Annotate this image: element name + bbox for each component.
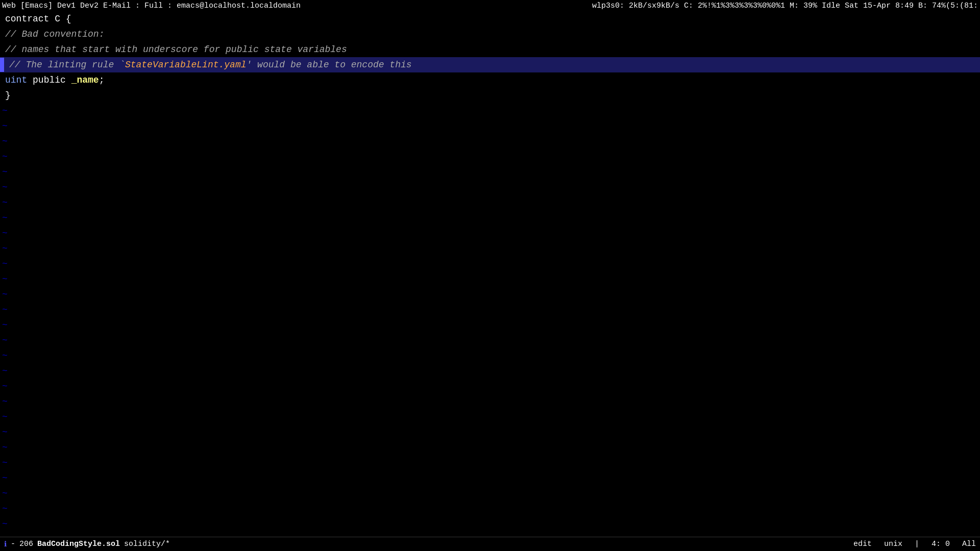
public-keyword: public	[33, 75, 66, 85]
cursor	[0, 58, 4, 72]
title-right: wlp3s0: 2kB/sx9kB/s C: 2%!%1%3%3%3%3%0%0…	[592, 2, 978, 10]
status-dash: -	[11, 540, 15, 548]
tilde-6: ~	[0, 180, 980, 195]
tilde-9: ~	[0, 226, 980, 241]
tilde-12: ~	[0, 271, 980, 287]
comment-3: // names that start with underscore for …	[5, 44, 347, 55]
code-line-2: // Bad convention:	[0, 27, 980, 42]
tilde-25: ~	[0, 470, 980, 486]
status-filename: BadCodingStyle.sol	[37, 540, 120, 548]
status-right: edit unix | 4: 0 All	[853, 540, 976, 548]
tilde-16: ~	[0, 333, 980, 348]
close-brace: }	[5, 90, 11, 101]
line-content-4: // The linting rule `StateVariableLint.y…	[0, 57, 412, 72]
tilde-1: ~	[0, 103, 980, 118]
line-content-2: // Bad convention:	[0, 27, 104, 42]
tilde-19: ~	[0, 379, 980, 394]
code-line-3: // names that start with underscore for …	[0, 42, 980, 57]
tilde-22: ~	[0, 424, 980, 440]
comment-2: // Bad convention:	[5, 29, 104, 39]
line-content-6: }	[0, 88, 11, 103]
linting-word: linting	[48, 60, 87, 70]
title-bar: Web [Emacs] Dev1 Dev2 E-Mail : Full : em…	[0, 0, 980, 11]
tilde-18: ~	[0, 363, 980, 379]
tilde-26: ~	[0, 486, 980, 501]
tilde-20: ~	[0, 394, 980, 409]
tilde-27: ~	[0, 501, 980, 516]
code-line-5: uint public _name;	[0, 72, 980, 88]
yaml-filename: StateVariableLint.yaml	[125, 60, 247, 70]
code-line-1: contract C {	[0, 11, 980, 27]
comment-4: // The linting rule `StateVariableLint.y…	[9, 60, 412, 70]
tilde-11: ~	[0, 256, 980, 271]
tilde-5: ~	[0, 164, 980, 180]
tilde-8: ~	[0, 210, 980, 226]
line-content-1: contract C {	[0, 11, 71, 27]
tilde-10: ~	[0, 241, 980, 256]
tilde-15: ~	[0, 317, 980, 333]
tilde-23: ~	[0, 440, 980, 455]
editor-area[interactable]: contract C { // Bad convention: // names…	[0, 11, 980, 537]
uint-keyword: uint	[5, 75, 27, 85]
variable-name: _name	[71, 75, 99, 85]
tilde-7: ~	[0, 195, 980, 210]
tilde-13: ~	[0, 287, 980, 302]
status-pipe-1: |	[915, 540, 919, 548]
status-unix-label: unix	[884, 540, 902, 548]
line-content-3: // names that start with underscore for …	[0, 42, 347, 57]
code-line-6: }	[0, 88, 980, 103]
contract-name: C	[55, 14, 60, 24]
tilde-4: ~	[0, 149, 980, 164]
tilde-3: ~	[0, 134, 980, 149]
status-all-label: All	[962, 540, 976, 548]
tilde-14: ~	[0, 302, 980, 317]
tilde-21: ~	[0, 409, 980, 424]
info-icon: ℹ	[4, 540, 7, 548]
status-left: ℹ - 206 BadCodingStyle.sol solidity/*	[4, 540, 170, 548]
status-mode: solidity/*	[124, 540, 170, 548]
tilde-2: ~	[0, 118, 980, 134]
open-brace: {	[66, 14, 71, 24]
semicolon: ;	[99, 75, 105, 85]
tilde-17: ~	[0, 348, 980, 363]
status-position: 4: 0	[932, 540, 950, 548]
contract-keyword: contract	[5, 14, 49, 24]
code-line-4: // The linting rule `StateVariableLint.y…	[0, 57, 980, 72]
status-edit-label: edit	[853, 540, 872, 548]
tilde-28: ~	[0, 516, 980, 532]
status-line-number: 206	[19, 540, 33, 548]
title-left: Web [Emacs] Dev1 Dev2 E-Mail : Full : em…	[2, 2, 301, 10]
line-content-5: uint public _name;	[0, 72, 104, 88]
status-bar: ℹ - 206 BadCodingStyle.sol solidity/* ed…	[0, 537, 980, 551]
tilde-24: ~	[0, 455, 980, 470]
